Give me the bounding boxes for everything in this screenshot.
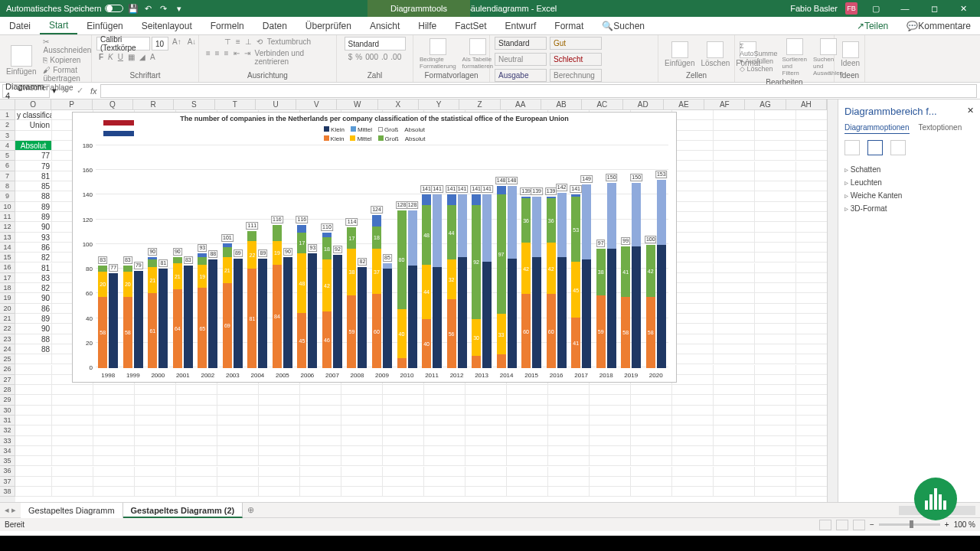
format-painter-button[interactable]: 🖌 Format übertragen: [41, 65, 93, 83]
comma-icon[interactable]: 000: [365, 53, 378, 61]
fx-icon[interactable]: fx: [87, 86, 100, 96]
sort-filter-button[interactable]: Sortieren und Filtern: [781, 37, 808, 78]
indent-inc-icon[interactable]: ⇥: [244, 49, 250, 66]
tab-hilfe[interactable]: Hilfe: [409, 17, 446, 34]
number-format-select[interactable]: Standard: [345, 37, 406, 51]
style-standard[interactable]: Standard: [495, 37, 547, 50]
fmt-tab-text[interactable]: Textoptionen: [919, 123, 962, 134]
tab-ueberpruefen[interactable]: Überprüfen: [296, 17, 361, 34]
page-break-icon[interactable]: [853, 520, 865, 530]
save-icon[interactable]: 💾: [128, 3, 139, 14]
align-mid-icon[interactable]: ≡: [236, 37, 240, 46]
zoom-slider[interactable]: [879, 523, 940, 526]
autosum-button[interactable]: Σ AutoSumme: [740, 42, 778, 57]
fill-color-button[interactable]: ◢: [139, 53, 145, 61]
comments-button[interactable]: 💬 Kommentare: [897, 17, 980, 34]
effects-icon[interactable]: [867, 140, 883, 155]
sheet-tab-1[interactable]: Gestapeltes Diagramm: [21, 503, 123, 518]
dec-dec-icon[interactable]: .00: [390, 53, 401, 61]
column-headers[interactable]: OPQRSTUVWXYZAAABACADAEAFAGAH: [15, 99, 827, 110]
font-name-select[interactable]: Calibri (Textkörpe: [96, 37, 150, 51]
search-box[interactable]: 🔍 Suchen: [593, 17, 654, 34]
fmt-shadow[interactable]: Schatten: [844, 163, 974, 176]
sheet-tab-2[interactable]: Gestapeltes Diagramm (2): [123, 503, 243, 518]
style-gut[interactable]: Gut: [550, 37, 602, 50]
name-box[interactable]: Diagramm 4: [2, 84, 50, 98]
currency-icon[interactable]: $: [348, 53, 353, 61]
italic-button[interactable]: K: [108, 53, 113, 61]
paste-button[interactable]: Einfügen: [5, 44, 38, 77]
style-neutral[interactable]: Neutral: [495, 53, 547, 66]
fill-line-icon[interactable]: [844, 140, 860, 155]
delete-cells-button[interactable]: Löschen: [699, 40, 731, 69]
align-left-icon[interactable]: ≡: [206, 49, 211, 66]
sheet-nav[interactable]: ◂ ▸: [0, 505, 21, 515]
close-icon[interactable]: ✕: [952, 4, 974, 14]
align-bot-icon[interactable]: ⊥: [245, 37, 252, 46]
tab-ansicht[interactable]: Ansicht: [361, 17, 409, 34]
tab-datei[interactable]: Datei: [0, 17, 40, 34]
inc-dec-icon[interactable]: .0: [381, 53, 387, 61]
align-top-icon[interactable]: ⊤: [224, 37, 231, 46]
tab-start[interactable]: Start: [40, 17, 77, 34]
font-color-button[interactable]: A: [150, 53, 155, 61]
tab-factset[interactable]: FactSet: [446, 17, 495, 34]
tab-daten[interactable]: Daten: [253, 17, 296, 34]
bold-button[interactable]: F: [99, 53, 103, 61]
align-center-icon[interactable]: ≡: [215, 49, 220, 66]
grow-font-icon[interactable]: A↑: [170, 37, 184, 51]
page-layout-icon[interactable]: [836, 520, 848, 530]
tab-entwurf[interactable]: Entwurf: [496, 17, 546, 34]
fmt-soft-edges[interactable]: Weiche Kanten: [844, 189, 974, 202]
toggle-icon[interactable]: [105, 5, 123, 12]
avatar[interactable]: FB: [845, 2, 858, 15]
chart-object[interactable]: The number of companies in the Netherlan…: [72, 112, 677, 383]
redo-icon[interactable]: ↷: [158, 3, 169, 14]
maximize-icon[interactable]: ◻: [923, 4, 945, 14]
minimize-icon[interactable]: —: [894, 4, 916, 13]
style-berechnung[interactable]: Berechnung: [550, 69, 602, 82]
shrink-font-icon[interactable]: A↓: [185, 37, 199, 51]
fmt-tab-chart[interactable]: Diagrammoptionen: [844, 123, 910, 134]
tab-seitenlayout[interactable]: Seitenlayout: [132, 17, 201, 34]
ideas-button[interactable]: Ideen: [839, 40, 861, 69]
cut-button[interactable]: ✂ Ausschneiden: [41, 37, 93, 55]
ribbon-options-icon[interactable]: ▢: [865, 4, 887, 14]
indent-dec-icon[interactable]: ⇤: [234, 49, 240, 66]
font-size-select[interactable]: 10: [152, 37, 168, 51]
insert-cells-button[interactable]: Einfügen: [663, 40, 696, 69]
zoom-out-icon[interactable]: −: [870, 520, 874, 529]
qat-more-icon[interactable]: ▾: [174, 3, 185, 14]
wrap-button[interactable]: Textumbruch: [267, 37, 311, 46]
border-button[interactable]: ▦: [128, 53, 135, 61]
cond-format-button[interactable]: Bedingte Formatierung: [418, 37, 458, 71]
fmt-glow[interactable]: Leuchten: [844, 176, 974, 189]
style-schlecht[interactable]: Schlecht: [550, 53, 602, 66]
merge-button[interactable]: Verbinden und zentrieren: [255, 49, 329, 66]
percent-icon[interactable]: %: [355, 53, 362, 61]
new-sheet-button[interactable]: ⊕: [243, 505, 259, 515]
clear-button[interactable]: ◇ Löschen: [740, 65, 778, 73]
zoom-in-icon[interactable]: +: [945, 520, 949, 529]
copy-button[interactable]: ⎘ Kopieren: [41, 55, 93, 65]
fill-button[interactable]: ▾ Ausfüllen: [740, 57, 778, 65]
underline-button[interactable]: U: [118, 53, 123, 61]
undo-icon[interactable]: ↶: [143, 3, 154, 14]
enter-formula-icon[interactable]: ✓: [72, 86, 87, 96]
vertical-scrollbar[interactable]: [827, 99, 838, 502]
row-headers[interactable]: 1234567891011121314151617181920212223242…: [0, 99, 15, 502]
tab-format[interactable]: Format: [545, 17, 593, 34]
tab-formeln[interactable]: Formeln: [201, 17, 253, 34]
autosave-toggle[interactable]: Automatisches Speichern: [6, 4, 123, 13]
format-pane-close-icon[interactable]: ✕: [967, 106, 974, 123]
cancel-formula-icon[interactable]: ✕: [57, 86, 72, 96]
normal-view-icon[interactable]: [819, 520, 831, 530]
align-right-icon[interactable]: ≡: [224, 49, 229, 66]
orientation-icon[interactable]: ⟲: [256, 37, 263, 46]
fmt-3d[interactable]: 3D-Format: [844, 202, 974, 215]
formula-input[interactable]: [100, 84, 977, 98]
share-button[interactable]: ↗ Teilen: [848, 17, 897, 34]
style-ausgabe[interactable]: Ausgabe: [495, 69, 547, 82]
size-props-icon[interactable]: [890, 140, 906, 155]
tab-einfuegen[interactable]: Einfügen: [77, 17, 132, 34]
